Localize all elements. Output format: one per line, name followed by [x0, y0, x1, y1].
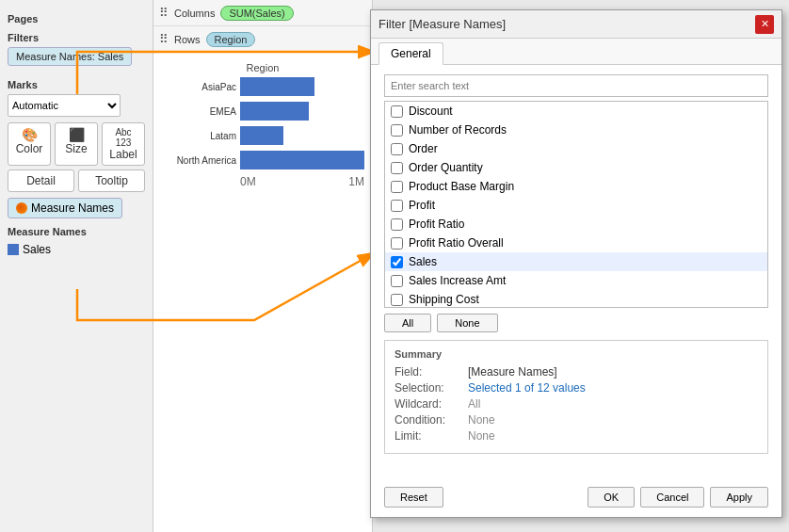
chart-bar-asiapac [240, 77, 314, 96]
list-item-product-base-margin[interactable]: Product Base Margin [385, 177, 767, 196]
limit-val: None [468, 429, 495, 443]
checkbox-number-of-records[interactable] [391, 124, 403, 137]
chart-row-northamerica: North America [161, 151, 364, 169]
list-item-profit-ratio-overall[interactable]: Profit Ratio Overall [385, 234, 767, 252]
rows-pill[interactable]: Region [206, 32, 256, 47]
selection-key: Selection: [394, 381, 460, 395]
dialog-body: Discount Number of Records Order Order Q… [371, 65, 781, 463]
region-label: Region [161, 62, 364, 73]
chart-bar-emea [240, 102, 309, 121]
wildcard-val: All [468, 397, 480, 411]
chart-label-emea: EMEA [161, 106, 236, 117]
checkbox-profit-ratio[interactable] [391, 218, 403, 231]
x-label-start: 0M [240, 175, 256, 188]
left-panel: Pages Filters Measure Names: Sales Marks… [0, 0, 153, 532]
summary-wildcard-row: Wildcard: All [394, 397, 758, 411]
field-key: Field: [394, 365, 460, 379]
rows-row: ⠿ Rows Region [153, 26, 372, 53]
measure-item-sales: Sales [8, 241, 145, 258]
list-item-order-quantity[interactable]: Order Quantity [385, 158, 767, 177]
none-button[interactable]: None [437, 314, 497, 332]
checkbox-discount[interactable] [391, 105, 403, 118]
chart-bar-container-emea [240, 102, 364, 121]
x-label-end: 1M [348, 175, 364, 188]
summary-title: Summary [394, 348, 758, 360]
list-item-number-of-records[interactable]: Number of Records [385, 121, 767, 139]
reset-btn-container: Reset [384, 487, 443, 508]
filters-label: Filters [8, 32, 145, 43]
columns-icon: ⠿ [159, 6, 169, 20]
summary-field-row: Field: [Measure Names] [394, 365, 758, 379]
wildcard-key: Wildcard: [394, 397, 460, 411]
filter-dialog: Filter [Measure Names] ✕ General Discoun… [370, 9, 782, 518]
chart-area: Region AsiaPac EMEA Latam North America [153, 53, 372, 198]
all-button[interactable]: All [384, 314, 431, 332]
chart-bar-container-northamerica [240, 151, 364, 169]
bottom-buttons: OK Cancel Apply [588, 487, 768, 508]
checkbox-profit-ratio-overall[interactable] [391, 237, 403, 250]
list-item-shipping-cost[interactable]: Shipping Cost [385, 290, 767, 308]
measure-names-section: Measure Names Sales [8, 226, 145, 258]
chart-row-asiapac: AsiaPac [161, 77, 364, 96]
cancel-button[interactable]: Cancel [640, 487, 704, 508]
condition-key: Condition: [394, 413, 460, 427]
ok-button[interactable]: OK [588, 487, 635, 508]
checkbox-product-base-margin[interactable] [391, 181, 403, 193]
checkbox-sales-increase-amt[interactable] [391, 275, 403, 287]
checkbox-shipping-cost[interactable] [391, 294, 403, 306]
chart-x-labels: 0M 1M [161, 175, 364, 188]
reset-button[interactable]: Reset [384, 487, 443, 508]
list-item-sales[interactable]: Sales [385, 252, 767, 271]
size-btn[interactable]: ⬛ Size [55, 122, 98, 166]
detail-btn[interactable]: Detail [8, 169, 74, 192]
checkbox-order[interactable] [391, 143, 403, 155]
summary-section: Summary Field: [Measure Names] Selection… [384, 340, 768, 454]
chart-label-latam: Latam [161, 131, 236, 141]
marks-label: Marks [8, 79, 145, 90]
apply-button[interactable]: Apply [710, 487, 768, 508]
search-input[interactable] [384, 74, 768, 97]
summary-limit-row: Limit: None [394, 429, 758, 443]
sales-color-box [8, 244, 19, 255]
color-btn[interactable]: 🎨 Color [8, 122, 51, 166]
chart-row-latam: Latam [161, 126, 364, 145]
summary-condition-row: Condition: None [394, 413, 758, 427]
profit-ratio-overall-label: Profit Ratio Overall [409, 236, 504, 250]
marks-type-select[interactable]: Automatic [8, 94, 121, 117]
label-btn[interactable]: Abc123 Label [102, 122, 145, 166]
rows-icon: ⠿ [159, 32, 169, 46]
columns-row: ⠿ Columns SUM(Sales) [153, 0, 372, 26]
color-icon: 🎨 [10, 127, 48, 142]
checkbox-profit[interactable] [391, 200, 403, 212]
dialog-close-button[interactable]: ✕ [755, 15, 774, 34]
limit-key: Limit: [394, 429, 460, 443]
list-item-profit[interactable]: Profit [385, 196, 767, 215]
chart-bar-container-latam [240, 126, 364, 145]
chart-bar-latam [240, 126, 283, 145]
size-icon: ⬛ [57, 127, 95, 142]
chart-row-emea: EMEA [161, 102, 364, 121]
checkbox-sales[interactable] [391, 256, 403, 268]
chart-label-northamerica: North America [161, 155, 236, 166]
measure-names-icon [16, 202, 27, 214]
list-item-discount[interactable]: Discount [385, 102, 767, 121]
tab-general[interactable]: General [378, 42, 443, 65]
chart-bar-container-asiapac [240, 77, 364, 96]
condition-val: None [468, 413, 495, 427]
field-val: [Measure Names] [468, 365, 557, 379]
marks-grid-2: Detail Tooltip [8, 169, 145, 192]
list-item-order[interactable]: Order [385, 139, 767, 158]
list-item-profit-ratio[interactable]: Profit Ratio [385, 215, 767, 234]
measure-names-section-label: Measure Names [8, 226, 145, 237]
columns-pill[interactable]: SUM(Sales) [220, 6, 293, 21]
pages-label: Pages [8, 13, 145, 24]
checkbox-order-quantity[interactable] [391, 162, 403, 174]
summary-selection-row: Selection: Selected 1 of 12 values [394, 381, 758, 395]
chart-label-asiapac: AsiaPac [161, 82, 236, 92]
tooltip-btn[interactable]: Tooltip [78, 169, 145, 192]
measure-names-pill[interactable]: Measure Names [8, 198, 122, 218]
filter-pill[interactable]: Measure Names: Sales [8, 47, 132, 66]
selection-val: Selected 1 of 12 values [468, 381, 586, 395]
label-icon: Abc123 [105, 127, 142, 148]
list-item-sales-increase-amt[interactable]: Sales Increase Amt [385, 271, 767, 290]
